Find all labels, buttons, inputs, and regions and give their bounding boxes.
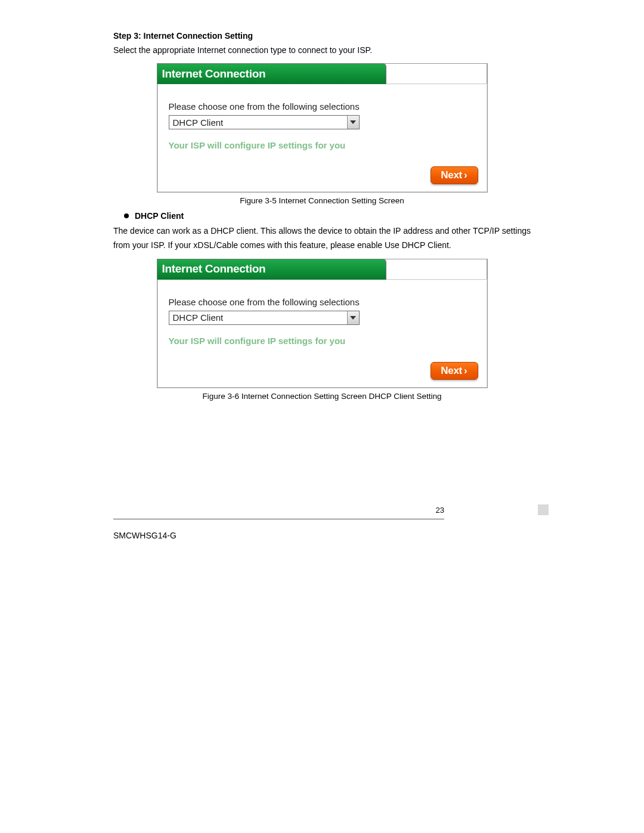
step-description: Select the appropriate Internet connecti… (113, 45, 531, 55)
footer-divider (113, 519, 444, 519)
page-number: 23 (436, 506, 444, 515)
isp-hint: Your ISP will configure IP settings for … (169, 336, 476, 346)
chevron-right-icon: › (464, 169, 467, 181)
next-button[interactable]: Next › (431, 362, 478, 380)
panel-header-blank (386, 63, 487, 84)
connection-type-select[interactable]: DHCP Client (169, 311, 360, 325)
panel-body: Please choose one from the following sel… (157, 280, 487, 388)
panel-header: Internet Connection (157, 259, 487, 280)
panel-body: Please choose one from the following sel… (157, 85, 487, 192)
next-button-label: Next (441, 365, 462, 377)
next-button-label: Next (441, 169, 462, 181)
figure-caption-1: Figure 3-5 Internet Connection Setting S… (113, 196, 531, 205)
dhcp-paragraph: The device can work as a DHCP client. Th… (113, 224, 531, 253)
select-dropdown-button[interactable] (347, 116, 359, 129)
panel-header-blank (386, 259, 487, 280)
side-marker (538, 504, 549, 515)
select-value: DHCP Client (169, 116, 347, 129)
selection-prompt: Please choose one from the following sel… (169, 101, 476, 112)
next-button[interactable]: Next › (431, 166, 478, 184)
dhcp-bullet: DHCP Client (124, 211, 531, 221)
bullet-icon (124, 213, 129, 218)
panel-header: Internet Connection (157, 64, 487, 85)
panel-title: Internet Connection (162, 67, 266, 80)
panel-header-tab: Internet Connection (157, 63, 386, 84)
connection-type-select[interactable]: DHCP Client (169, 115, 360, 129)
internet-connection-panel-1: Internet Connection Please choose one fr… (157, 63, 488, 193)
isp-hint: Your ISP will configure IP settings for … (169, 140, 476, 150)
internet-connection-panel-2: Internet Connection Please choose one fr… (157, 259, 488, 388)
selection-prompt: Please choose one from the following sel… (169, 297, 476, 307)
figure-caption-2: Figure 3-6 Internet Connection Setting S… (113, 392, 531, 401)
select-dropdown-button[interactable] (347, 311, 359, 324)
chevron-down-icon (350, 120, 356, 124)
panel-title: Internet Connection (162, 262, 266, 275)
dhcp-bullet-label: DHCP Client (135, 211, 184, 221)
select-value: DHCP Client (169, 311, 347, 324)
chevron-right-icon: › (464, 365, 467, 377)
step-heading: Step 3: Internet Connection Setting (113, 31, 531, 41)
chevron-down-icon (350, 316, 356, 320)
model-footer: SMCWHSG14-G (113, 531, 177, 540)
panel-header-tab: Internet Connection (157, 259, 386, 280)
